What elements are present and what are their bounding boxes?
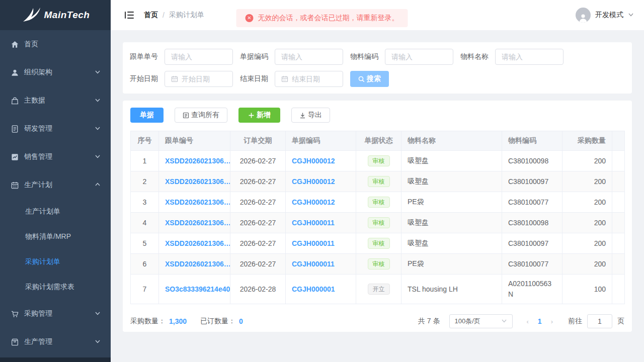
- sidebar-subitem-5-2[interactable]: 采购计划单: [0, 249, 111, 275]
- cell-delivery-date: 2026-02-28: [230, 275, 286, 304]
- column-header: 跟单编号: [159, 131, 230, 151]
- text-input-wrap: [275, 49, 343, 65]
- user-icon: [10, 68, 19, 77]
- sidebar-item-4[interactable]: 销售管理: [0, 143, 111, 171]
- goto-page-input[interactable]: [587, 314, 612, 328]
- purchase-qty-label: 采购数量：: [130, 317, 166, 326]
- 物料编码-input[interactable]: [391, 53, 447, 61]
- cell-status: 审核: [356, 233, 401, 254]
- purchase-qty-summary: 采购数量： 1,300: [130, 317, 187, 326]
- cell-doc-no: CGJH000012: [286, 192, 356, 213]
- menu-fold-icon[interactable]: [124, 10, 135, 21]
- sidebar-item-7[interactable]: 生产管理: [0, 328, 111, 356]
- cell-material-code: C380100077: [502, 192, 562, 213]
- field-label: 物料编码: [350, 52, 378, 61]
- table-row: 7SO3c833396214e402026-02-28CGJH000001开立T…: [131, 275, 625, 304]
- cell-track-no: XSDD2026021306…: [159, 192, 230, 213]
- search-field-4: 开始日期: [130, 71, 233, 87]
- toolbar-button-1[interactable]: 查询所有: [175, 108, 227, 123]
- toolbar-button-3[interactable]: 导出: [291, 108, 330, 123]
- sidebar-subitem-5-0[interactable]: 生产计划单: [0, 199, 111, 224]
- track-no-link[interactable]: XSDD2026021306…: [165, 177, 230, 186]
- track-no-link[interactable]: XSDD2026021306…: [165, 260, 230, 268]
- cell-track-no: XSDD2026021306…: [159, 151, 230, 171]
- logo-text: MainTech: [44, 10, 90, 21]
- status-badge: 开立: [368, 284, 390, 295]
- sidebar-subitem-5-3[interactable]: 采购计划需求表: [0, 275, 111, 300]
- page-suffix: 页: [617, 317, 624, 326]
- cell-delivery-date: 2026-02-27: [230, 151, 286, 171]
- download-icon: [299, 112, 306, 119]
- track-no-link[interactable]: XSDD2026021306…: [165, 219, 230, 227]
- sidebar-item-label: 研发管理: [24, 124, 52, 133]
- cell-extra: [612, 233, 625, 254]
- sidebar-collapse-strip[interactable]: [0, 357, 111, 362]
- user-menu[interactable]: 开发模式: [576, 8, 634, 23]
- ordered-qty-value: 0: [239, 317, 243, 325]
- doc-no-link[interactable]: CGJH000012: [292, 177, 335, 186]
- sidebar-item-label: 生产管理: [24, 337, 52, 346]
- purchase-qty-value: 1,300: [169, 317, 187, 325]
- doc-no-link[interactable]: CGJH000011: [292, 219, 335, 227]
- 单据编码-input[interactable]: [281, 53, 337, 61]
- cell-material-code: C380100097: [502, 171, 562, 192]
- breadcrumb-home[interactable]: 首页: [144, 11, 158, 20]
- cell-material-name: 吸塑盘: [401, 213, 502, 233]
- chevron-down-icon: [628, 11, 634, 19]
- error-circle-icon: ✕: [246, 14, 254, 22]
- track-no-link[interactable]: XSDD2026021306…: [165, 157, 230, 165]
- pagination: 共 7 条 100条/页 ‹ 1 › 前往 页: [418, 314, 624, 328]
- alert-text: 无效的会话，或者会话已过期，请重新登录。: [258, 14, 399, 23]
- sidebar-item-1[interactable]: 组织架构: [0, 58, 111, 86]
- doc-no-link[interactable]: CGJH000011: [292, 239, 335, 247]
- sidebar-item-6[interactable]: 采购管理: [0, 300, 111, 328]
- 结束日期-input[interactable]: [292, 75, 337, 83]
- doc-no-link[interactable]: CGJH000001: [292, 285, 335, 293]
- doc-no-link[interactable]: CGJH000012: [292, 198, 335, 206]
- 开始日期-input[interactable]: [182, 75, 226, 83]
- cell-track-no: XSDD2026021306…: [159, 213, 230, 233]
- table-footer: 采购数量： 1,300 已订数量： 0 共 7 条 100条/页 ‹ 1 › 前…: [130, 314, 624, 328]
- page-size-select[interactable]: 100条/页: [449, 314, 513, 328]
- sidebar-item-3[interactable]: 研发管理: [0, 115, 111, 143]
- next-page-icon[interactable]: ›: [545, 318, 559, 325]
- cell-doc-no: CGJH000011: [286, 233, 356, 254]
- cell-seq: 3: [131, 192, 159, 213]
- doc-no-link[interactable]: CGJH000012: [292, 157, 335, 165]
- track-no-link[interactable]: SO3c833396214e40: [165, 285, 230, 293]
- cell-delivery-date: 2026-02-27: [230, 171, 286, 192]
- chevron-down-icon: [95, 68, 101, 76]
- breadcrumb-current: 采购计划单: [169, 11, 204, 20]
- track-no-link[interactable]: XSDD2026021306…: [165, 239, 230, 247]
- 物料名称-input[interactable]: [502, 53, 557, 61]
- 跟单单号-input[interactable]: [171, 53, 226, 61]
- field-label: 结束日期: [240, 74, 268, 83]
- calendar-icon: [281, 75, 288, 82]
- prev-page-icon[interactable]: ‹: [521, 318, 535, 325]
- column-header: [612, 131, 625, 151]
- sidebar-item-5[interactable]: 生产计划: [0, 171, 111, 199]
- field-label: 开始日期: [130, 74, 158, 83]
- field-label: 跟单单号: [130, 52, 158, 61]
- sidebar-subitem-5-1[interactable]: 物料清单/MRP: [0, 224, 111, 249]
- calendar-icon: [10, 180, 19, 190]
- search-icon: [358, 76, 365, 82]
- sidebar-item-0[interactable]: 首页: [0, 30, 111, 58]
- cell-delivery-date: 2026-02-27: [230, 213, 286, 233]
- chevron-up-icon: [95, 181, 101, 189]
- cell-material-name: PE袋: [401, 192, 502, 213]
- track-no-link[interactable]: XSDD2026021306…: [165, 198, 230, 206]
- text-input-wrap: [495, 49, 564, 65]
- list-panel: 单据查询所有新增导出 序号跟单编号订单交期单据编码单据状态物料名称物料编码采购数…: [123, 101, 632, 332]
- doc-no-link[interactable]: CGJH000011: [292, 260, 335, 268]
- search-button[interactable]: 搜索: [350, 71, 389, 87]
- sidebar-item-label: 首页: [24, 40, 38, 49]
- cell-qty: 200: [562, 192, 612, 213]
- toolbar-button-2[interactable]: 新增: [238, 108, 280, 123]
- table-row: 1XSDD2026021306…2026-02-27CGJH000012审核吸塑…: [131, 151, 625, 171]
- sidebar-item-2[interactable]: 主数据: [0, 86, 111, 115]
- toolbar-button-0[interactable]: 单据: [130, 108, 164, 123]
- sidebar-subitem-label: 采购计划单: [25, 257, 60, 266]
- status-badge: 审核: [368, 217, 390, 228]
- page-number-1[interactable]: 1: [535, 317, 545, 325]
